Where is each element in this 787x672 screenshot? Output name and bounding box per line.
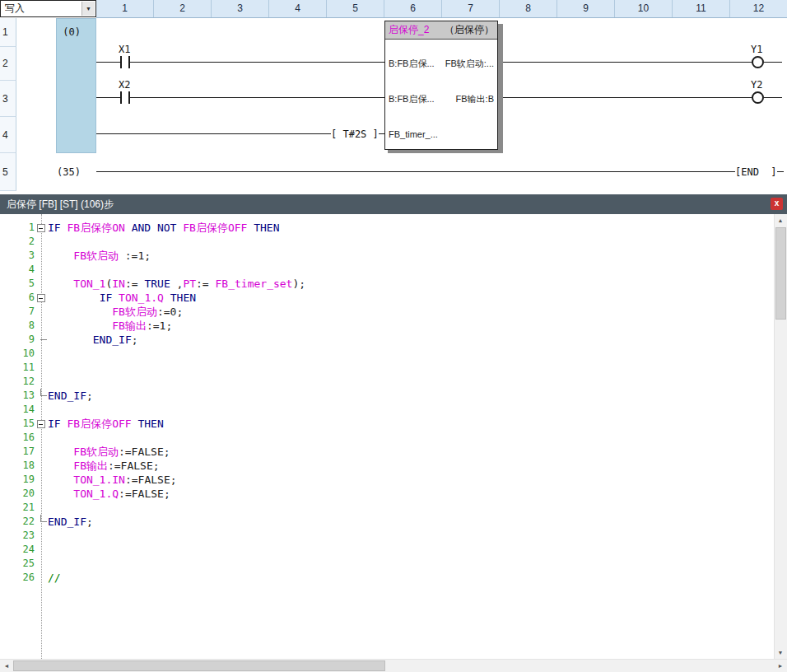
ladder-editor: 写入 ▼ 123456789101112 12345 (0) (35) X1 X…: [0, 0, 787, 194]
fb-input-pin[interactable]: B:FB启保...: [389, 93, 435, 105]
fold-gutter: [35, 235, 48, 249]
line-number: 9: [3, 333, 35, 347]
fold-gutter: [35, 347, 48, 361]
line-number: 2: [3, 235, 35, 249]
code-line-20[interactable]: 20 TON_1.Q:=FALSE;: [3, 487, 787, 501]
code-line-17[interactable]: 17 FB软启动:=FALSE;: [3, 445, 787, 459]
code-line-7[interactable]: 7 FB软启动:=0;: [3, 305, 787, 319]
column-header-4: 4: [269, 0, 327, 17]
fb-input-pin[interactable]: B:FB启保...: [389, 58, 435, 70]
code-line-3[interactable]: 3 FB软启动 :=1;: [3, 249, 787, 263]
ladder-row-numbers: 12345: [0, 18, 16, 191]
fb-shadow: [388, 150, 503, 153]
wire: [503, 62, 752, 63]
code-line-11[interactable]: 11: [3, 361, 787, 375]
row-number-1: 1: [0, 18, 16, 47]
fb-pin-rows: B:FB启保...FB软启动:...B:FB启保...FB输出:BFB_time…: [385, 21, 497, 149]
end-instruction[interactable]: [END ]: [735, 166, 777, 178]
code-line-13[interactable]: 13END_IF;: [3, 389, 787, 403]
line-number: 18: [3, 459, 35, 473]
fold-gutter: [35, 431, 48, 445]
scroll-down-button[interactable]: ▼: [774, 646, 787, 659]
coil-y1-label: Y1: [751, 44, 762, 55]
code-line-16[interactable]: 16: [3, 431, 787, 445]
fb-output-pin[interactable]: FB软启动:...: [445, 58, 494, 70]
scroll-left-button[interactable]: ◄: [0, 660, 13, 672]
vertical-scrollbar[interactable]: ▲ ▼: [774, 214, 787, 659]
timer-operand[interactable]: [ T#2S ]: [331, 128, 379, 140]
chevron-down-icon[interactable]: ▼: [81, 2, 95, 16]
line-number: 19: [3, 473, 35, 487]
fold-box-icon[interactable]: [35, 221, 48, 235]
code-line-8[interactable]: 8 FB输出:=1;: [3, 319, 787, 333]
line-number: 8: [3, 319, 35, 333]
close-button[interactable]: x: [771, 198, 783, 210]
column-header-9: 9: [557, 0, 615, 17]
arrow-down-icon: ▼: [778, 650, 784, 656]
line-number: 16: [3, 431, 35, 445]
contact-x2[interactable]: [120, 91, 130, 104]
code-line-21[interactable]: 21: [3, 501, 787, 515]
code-line-12[interactable]: 12: [3, 375, 787, 389]
wire: [96, 62, 120, 63]
column-header-11: 11: [673, 0, 730, 17]
code-line-2[interactable]: 2: [3, 235, 787, 249]
line-number: 15: [3, 417, 35, 431]
wire: [130, 97, 384, 98]
fold-gutter: [35, 249, 48, 263]
code-text: TON_1.IN:=FALSE;: [48, 473, 177, 487]
code-line-19[interactable]: 19 TON_1.IN:=FALSE;: [3, 473, 787, 487]
code-line-23[interactable]: 23: [3, 529, 787, 543]
coil-y1[interactable]: [752, 56, 764, 68]
fold-corner-icon: [35, 389, 48, 403]
scroll-up-button[interactable]: ▲: [774, 214, 787, 226]
code-line-15[interactable]: 15IF FB启保停OFF THEN: [3, 417, 787, 431]
coil-y2[interactable]: [752, 91, 764, 104]
vertical-scroll-thumb[interactable]: [775, 227, 786, 320]
code-line-5[interactable]: 5 TON_1(IN:= TRUE ,PT:= FB_timer_set);: [3, 277, 787, 291]
line-number: 14: [3, 403, 35, 417]
wire: [777, 171, 784, 172]
code-line-25[interactable]: 25: [3, 557, 787, 571]
wire: [764, 97, 782, 98]
fold-corner-icon: [35, 515, 48, 529]
fold-box-icon[interactable]: [35, 417, 48, 431]
horizontal-scrollbar[interactable]: ◄ ►: [0, 659, 787, 672]
column-header-2: 2: [154, 0, 212, 17]
fold-gutter: [35, 305, 48, 319]
code-line-6[interactable]: 6 IF TON_1.Q THEN: [3, 291, 787, 305]
st-editor[interactable]: 1IF FB启保停ON AND NOT FB启保停OFF THEN23 FB软启…: [0, 214, 787, 659]
code-line-1[interactable]: 1IF FB启保停ON AND NOT FB启保停OFF THEN: [3, 221, 787, 235]
rung-selection-band: [56, 18, 96, 153]
st-window-titlebar[interactable]: 启保停 [FB] [ST] (106)步 x: [0, 194, 787, 214]
code-text: FB输出:=FALSE;: [48, 459, 160, 473]
contact-x2-label: X2: [119, 79, 130, 91]
fold-box-icon[interactable]: [35, 291, 48, 305]
scroll-right-button[interactable]: ►: [774, 660, 787, 672]
code-text: TON_1(IN:= TRUE ,PT:= FB_timer_set);: [48, 277, 305, 291]
fb-output-pin[interactable]: FB输出:B: [456, 93, 494, 105]
fold-gutter: [35, 263, 48, 277]
code-line-26[interactable]: 26//: [3, 571, 787, 585]
fb-input-pin[interactable]: FB_timer_...: [389, 129, 438, 139]
line-number: 25: [3, 557, 35, 571]
fold-gutter: [35, 571, 48, 585]
column-header-10: 10: [615, 0, 673, 17]
code-line-18[interactable]: 18 FB输出:=FALSE;: [3, 459, 787, 473]
code-line-10[interactable]: 10: [3, 347, 787, 361]
wire: [96, 133, 331, 134]
code-line-9[interactable]: 9 END_IF;: [3, 333, 787, 347]
code-line-14[interactable]: 14: [3, 403, 787, 417]
arrow-up-icon: ▲: [778, 217, 784, 223]
contact-x1[interactable]: [120, 56, 130, 68]
code-line-22[interactable]: 22END_IF;: [3, 515, 787, 529]
code-line-24[interactable]: 24: [3, 543, 787, 557]
horizontal-scroll-thumb[interactable]: [13, 660, 385, 671]
function-block[interactable]: 启保停_2 （启保停） B:FB启保...FB软启动:...B:FB启保...F…: [384, 21, 498, 150]
arrow-left-icon: ◄: [4, 663, 10, 669]
code-text: IF FB启保停OFF THEN: [48, 417, 164, 431]
line-number: 4: [3, 263, 35, 277]
mode-dropdown[interactable]: 写入 ▼: [0, 0, 96, 17]
code-line-4[interactable]: 4: [3, 263, 787, 277]
column-header-8: 8: [500, 0, 557, 17]
